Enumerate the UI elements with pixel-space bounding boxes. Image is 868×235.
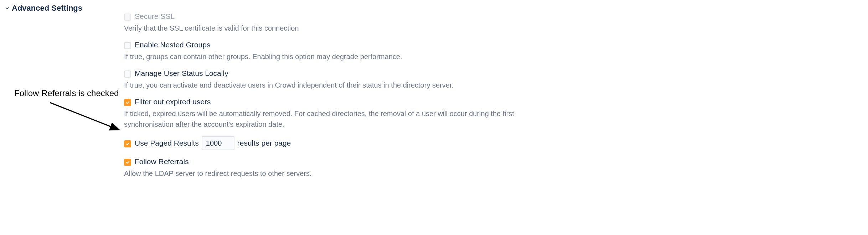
manage-user-status-description: If true, you can activate and deactivate… <box>124 80 523 90</box>
paged-results-suffix: results per page <box>237 138 291 148</box>
paged-results-input[interactable] <box>202 136 234 150</box>
secure-ssl-description: Verify that the SSL certificate is valid… <box>124 23 523 33</box>
follow-referrals-checkbox[interactable] <box>124 159 131 166</box>
paged-results-checkbox[interactable] <box>124 140 131 147</box>
manage-user-status-label: Manage User Status Locally <box>135 68 228 78</box>
secure-ssl-label: Secure SSL <box>135 11 175 21</box>
follow-referrals-label: Follow Referrals <box>135 157 189 167</box>
setting-secure-ssl: Secure SSL Verify that the SSL certifica… <box>124 11 523 33</box>
secure-ssl-checkbox <box>124 14 131 21</box>
nested-groups-description: If true, groups can contain other groups… <box>124 51 523 62</box>
chevron-down-icon <box>5 6 10 11</box>
nested-groups-checkbox[interactable] <box>124 42 131 49</box>
setting-manage-user-status: Manage User Status Locally If true, you … <box>124 68 523 90</box>
annotation-arrow-icon <box>46 100 128 139</box>
setting-filter-expired: Filter out expired users If ticked, expi… <box>124 97 523 130</box>
svg-line-1 <box>50 103 119 130</box>
follow-referrals-description: Allow the LDAP server to redirect reques… <box>124 168 523 179</box>
setting-follow-referrals: Follow Referrals Allow the LDAP server t… <box>124 157 523 179</box>
setting-nested-groups: Enable Nested Groups If true, groups can… <box>124 40 523 62</box>
advanced-settings-header[interactable]: Advanced Settings <box>5 4 82 13</box>
filter-expired-label: Filter out expired users <box>135 97 211 107</box>
paged-results-label: Use Paged Results <box>135 138 199 148</box>
manage-user-status-checkbox[interactable] <box>124 70 131 78</box>
advanced-settings-body: Secure SSL Verify that the SSL certifica… <box>124 11 523 185</box>
setting-paged-results: Use Paged Results results per page <box>124 136 523 157</box>
nested-groups-label: Enable Nested Groups <box>135 40 210 50</box>
filter-expired-checkbox[interactable] <box>124 99 131 106</box>
section-title: Advanced Settings <box>12 4 82 13</box>
filter-expired-description: If ticked, expired users will be automat… <box>124 108 523 130</box>
annotation-text: Follow Referrals is checked <box>14 88 119 98</box>
